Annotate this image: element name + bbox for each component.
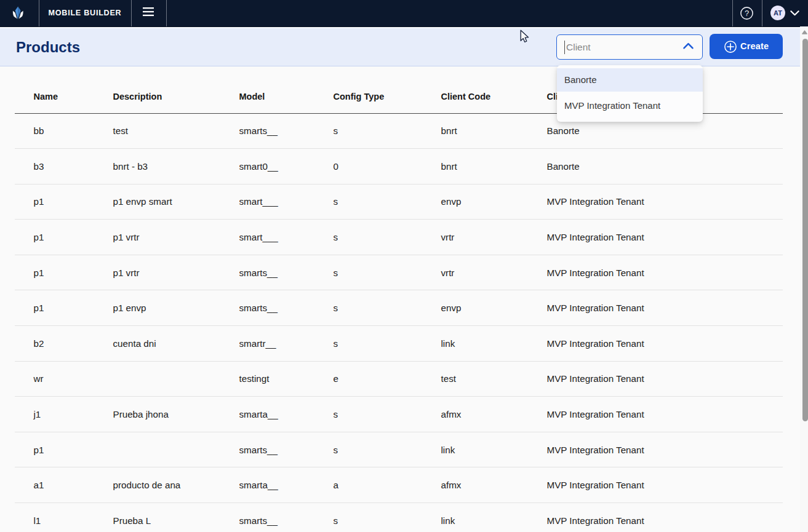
svg-text:?: ?: [745, 9, 749, 18]
